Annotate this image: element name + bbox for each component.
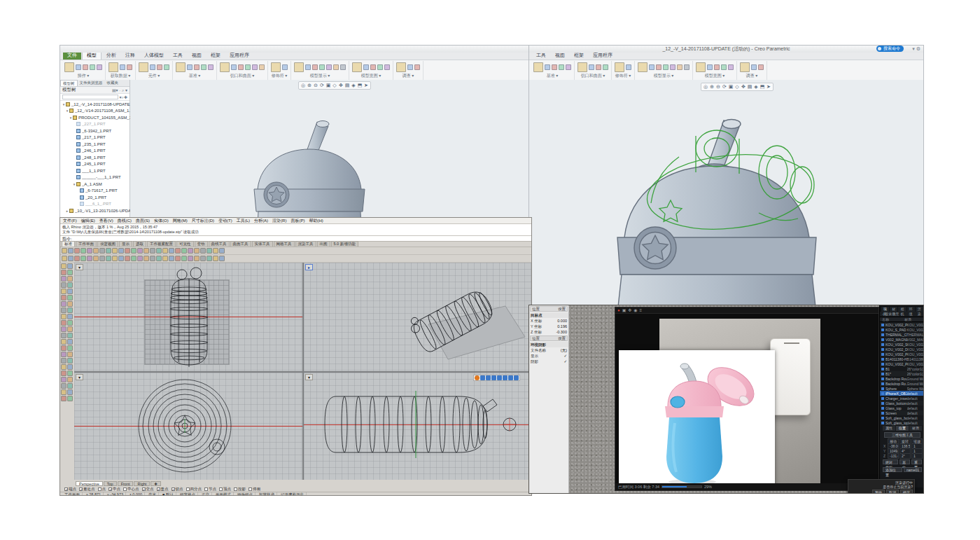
- toolbar-icon[interactable]: [61, 307, 66, 313]
- zoom-out-icon[interactable]: ⊖: [715, 84, 721, 90]
- popup-icon[interactable]: [508, 375, 513, 380]
- ribbon-tool-icon[interactable]: [271, 62, 281, 72]
- scene-node[interactable]: Glass_topdefault: [880, 406, 924, 410]
- repaint-icon[interactable]: ⟳: [722, 84, 727, 90]
- toolbar-icon[interactable]: [67, 396, 73, 401]
- ribbon-tool-icon[interactable]: [545, 64, 550, 70]
- toolbar-icon[interactable]: [93, 256, 99, 261]
- toolbar-icon[interactable]: [61, 377, 66, 382]
- scene-node[interactable]: KOU_V002_PADKOU_V002_PA: [880, 322, 924, 327]
- toolbar-icon[interactable]: [67, 364, 73, 370]
- datum-display-icon[interactable]: ◇: [734, 84, 740, 90]
- ribbon-tool-icon[interactable]: [407, 64, 413, 70]
- ribbon-tool-icon[interactable]: [97, 64, 102, 70]
- osnap-投影[interactable]: 投影: [234, 487, 246, 492]
- layers-icon[interactable]: ⬒: [760, 84, 765, 90]
- ribbon-tool-icon[interactable]: [352, 62, 362, 72]
- toolbar-icon[interactable]: [67, 326, 73, 332]
- osnap-中心点[interactable]: 中心点: [123, 487, 139, 492]
- ribbon-tool-icon[interactable]: [90, 64, 95, 70]
- toolbar-icon[interactable]: [61, 326, 66, 332]
- panel-tab-0[interactable]: 模型树: [60, 80, 78, 86]
- ribbon-tool-icon[interactable]: [201, 64, 206, 70]
- toolbar-icon[interactable]: [162, 248, 168, 254]
- toolbar-icon[interactable]: [62, 256, 67, 261]
- ribbon-tool-icon[interactable]: [396, 62, 406, 72]
- scene-node[interactable]: KOU_V002_DECKOU_V002_DE: [880, 347, 924, 352]
- toolbar-icon[interactable]: [62, 248, 67, 254]
- ribbon-tool-icon[interactable]: [552, 64, 557, 70]
- viewport-right[interactable]: ▾: [304, 373, 532, 480]
- ribbon-group-label[interactable]: 切口和曲面 ▾: [578, 72, 608, 80]
- ribbon-tool-icon[interactable]: [127, 64, 132, 70]
- toolbar-tab-曲面工具[interactable]: 曲面工具: [230, 241, 251, 247]
- toolbar-icon[interactable]: [67, 371, 73, 376]
- saved-views-icon[interactable]: ▤: [747, 84, 752, 90]
- menu-文件(F)[interactable]: 文件(F): [63, 218, 77, 224]
- dialog-button-确定[interactable]: 确定: [900, 490, 913, 494]
- menu-网格(M)[interactable]: 网格(M): [173, 218, 188, 224]
- toolbar-icon[interactable]: [61, 364, 66, 370]
- prop-value[interactable]: 设置: [558, 307, 566, 312]
- toolbar-icon[interactable]: [61, 358, 66, 364]
- ribbon-tool-icon[interactable]: [187, 64, 192, 70]
- checkbox[interactable]: [234, 487, 237, 491]
- toolbar-icon[interactable]: [112, 248, 118, 254]
- toolbar-icon[interactable]: [156, 256, 162, 261]
- button-name01[interactable]: name01: [904, 467, 922, 472]
- toolbar-icon[interactable]: [67, 282, 73, 288]
- toolbar-icon[interactable]: [61, 339, 66, 345]
- popup-icon[interactable]: [486, 375, 491, 380]
- popup-icon[interactable]: [491, 375, 496, 380]
- toolbar-icon[interactable]: [219, 256, 225, 261]
- toolbar-icon[interactable]: [99, 256, 105, 261]
- toolbar-icon[interactable]: [131, 256, 136, 261]
- scene-node[interactable]: THERMAL_CUPTHERMAL_GU: [880, 332, 924, 337]
- checkbox[interactable]: [98, 487, 102, 491]
- ribbon-tool-icon[interactable]: [714, 64, 720, 70]
- toolbar-icon[interactable]: [67, 295, 73, 300]
- ribbon-group-label[interactable]: 基准 ▾: [533, 72, 571, 80]
- ribbon-tool-icon[interactable]: [663, 64, 668, 70]
- toolbar-icon[interactable]: [61, 345, 66, 351]
- osnap-节点[interactable]: 节点: [204, 487, 216, 492]
- toolbar-tab-显示[interactable]: 显示: [119, 241, 132, 247]
- toolbar-icon[interactable]: [188, 248, 193, 254]
- toolbar-icon[interactable]: [61, 396, 66, 401]
- toolbar-icon[interactable]: [181, 256, 187, 261]
- scene-node[interactable]: Charger_insertdefault: [880, 396, 924, 401]
- menu-查看(V)[interactable]: 查看(V): [99, 218, 113, 224]
- ribbon-tool-icon[interactable]: [728, 64, 734, 70]
- toolbar-icon[interactable]: [61, 383, 66, 389]
- status-cell[interactable]: x 28.871: [84, 492, 104, 496]
- toolbar-icon[interactable]: [80, 248, 86, 254]
- checkbox[interactable]: ✓: [157, 487, 160, 491]
- settings-icon[interactable]: ≡: [640, 307, 643, 314]
- toolbar-tab-曲线工具[interactable]: 曲线工具: [209, 241, 230, 247]
- menu-帮助(H)[interactable]: 帮助(H): [309, 218, 323, 224]
- ribbon-tool-icon[interactable]: [696, 62, 706, 72]
- toolbar-icon[interactable]: [67, 276, 73, 282]
- scene-tab-环境[interactable]: 环境: [907, 307, 915, 312]
- osnap-端点[interactable]: ✓端点: [64, 487, 76, 492]
- ribbon-group-label[interactable]: 模型意图 ▾: [696, 72, 734, 80]
- scene-node[interactable]: Backdrop RoundGround Water: [880, 376, 924, 381]
- status-cell[interactable]: ■ 默认: [160, 492, 176, 497]
- ribbon-group-label[interactable]: 模型意图 ▾: [352, 72, 390, 80]
- subtab-位置[interactable]: 位置: [896, 426, 909, 431]
- ribbon-tool-icon[interactable]: [638, 62, 648, 72]
- scene-node[interactable]: V002_MAGNETV002_MAGNE: [880, 337, 924, 342]
- toolbar-icon[interactable]: [67, 339, 73, 345]
- scene-node[interactable]: Soft_glass_botdefault: [880, 415, 924, 420]
- ribbon-tool-icon[interactable]: [670, 64, 676, 70]
- toolbar-tab-5.0 新增功能[interactable]: 5.0 新增功能: [331, 241, 358, 247]
- popup-icon[interactable]: [514, 375, 519, 380]
- tree-node[interactable]: ▾_12_-V_14-20171108-UPDATE.ASM: [60, 101, 130, 108]
- wireframe-bottle-bottom[interactable]: [130, 377, 256, 478]
- button-居中[interactable]: 居中: [899, 459, 910, 464]
- toolbar-tab-工作平面[interactable]: 工作平面: [76, 241, 97, 247]
- toolbar-icon[interactable]: [61, 276, 66, 282]
- menu-尺寸标注(D)[interactable]: 尺寸标注(D): [192, 218, 214, 224]
- ribbon-tool-icon[interactable]: [721, 64, 727, 70]
- toolbar-icon[interactable]: [206, 256, 212, 261]
